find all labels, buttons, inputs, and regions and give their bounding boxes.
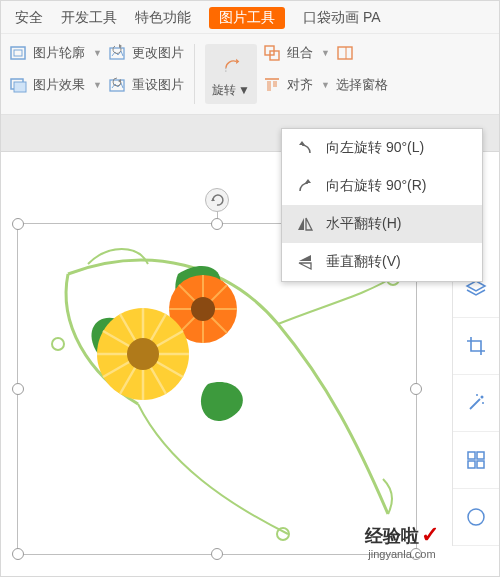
tab-devtools[interactable]: 开发工具 [61,9,117,27]
chevron-down-icon: ▼ [93,48,102,58]
svg-marker-19 [298,218,304,230]
label: 向左旋转 90°(L) [326,139,424,157]
resize-handle-mr[interactable] [410,383,422,395]
check-icon: ✓ [421,522,439,547]
label: 选择窗格 [336,76,388,94]
svg-rect-14 [273,81,277,87]
tab-security[interactable]: 安全 [15,9,43,27]
svg-rect-58 [468,461,475,468]
magic-wand-icon [465,392,487,414]
side-crop-button[interactable] [453,318,499,375]
chevron-down-icon: ▼ [238,83,250,97]
rotate-right-icon [296,177,314,195]
svg-rect-59 [477,461,484,468]
tab-picture-tools[interactable]: 图片工具 [209,7,285,29]
svg-line-52 [470,399,480,409]
label: 旋转 [212,82,236,99]
menu-rotate-right[interactable]: 向右旋转 90°(R) [282,167,482,205]
picture-outline-icon [9,44,27,62]
svg-point-55 [476,394,478,396]
svg-point-60 [468,509,484,525]
svg-point-53 [481,396,484,399]
more-icon [465,506,487,528]
rotation-handle[interactable] [205,188,229,212]
btn-selection-pane-top[interactable] [336,44,388,62]
label: 重设图片 [132,76,184,94]
watermark-url: jingyanla.com [365,548,439,560]
picture-effects-icon [9,76,27,94]
reset-picture-icon [108,76,126,94]
label: 图片轮廓 [33,44,85,62]
svg-marker-21 [299,255,311,261]
chevron-down-icon: ▼ [321,48,330,58]
label: 组合 [287,44,313,62]
resize-handle-ml[interactable] [12,383,24,395]
layout-icon [465,449,487,471]
rotate-dropdown-menu: 向左旋转 90°(L) 向右旋转 90°(R) 水平翻转(H) 垂直翻转(V) [281,128,483,282]
btn-reset-picture[interactable]: 重设图片 [108,76,184,94]
svg-point-26 [52,338,64,350]
label: 水平翻转(H) [326,215,401,233]
change-picture-icon [108,44,126,62]
flip-horizontal-icon [296,215,314,233]
btn-picture-outline[interactable]: 图片轮廓 ▼ [9,44,102,62]
btn-align[interactable]: 对齐 ▼ [263,76,330,94]
label: 图片效果 [33,76,85,94]
btn-rotate[interactable]: 旋转▼ [205,44,257,104]
btn-picture-effects[interactable]: 图片效果 ▼ [9,76,102,94]
label: 更改图片 [132,44,184,62]
svg-marker-20 [306,218,312,230]
svg-marker-22 [299,263,311,269]
selection-pane-icon [336,44,354,62]
svg-marker-8 [236,58,239,63]
btn-change-picture[interactable]: 更改图片 [108,44,184,62]
svg-marker-51 [467,281,485,291]
svg-rect-3 [14,82,26,92]
group-icon [263,44,281,62]
resize-handle-bl[interactable] [12,548,24,560]
svg-point-36 [191,297,215,321]
svg-rect-0 [11,47,25,59]
rotate-left-icon [296,139,314,157]
label: 垂直翻转(V) [326,253,401,271]
align-icon [263,76,281,94]
watermark: 经验啦✓ jingyanla.com [365,522,439,560]
btn-selection-pane[interactable]: 选择窗格 [336,76,388,94]
svg-rect-56 [468,452,475,459]
chevron-down-icon: ▼ [321,80,330,90]
flip-vertical-icon [296,253,314,271]
side-more-button[interactable] [453,489,499,546]
menu-flip-vertical[interactable]: 垂直翻转(V) [282,243,482,281]
watermark-title: 经验啦 [365,526,419,546]
svg-marker-17 [299,141,305,145]
menu-rotate-left[interactable]: 向左旋转 90°(L) [282,129,482,167]
svg-rect-15 [338,47,352,59]
svg-rect-1 [14,50,22,56]
tab-special[interactable]: 特色功能 [135,9,191,27]
svg-marker-23 [211,198,215,201]
rotate-icon [217,50,245,78]
resize-handle-tl[interactable] [12,218,24,230]
ribbon-separator [194,44,195,104]
resize-handle-tm[interactable] [211,218,223,230]
svg-marker-18 [305,179,311,183]
resize-handle-bm[interactable] [211,548,223,560]
label: 对齐 [287,76,313,94]
svg-rect-57 [477,452,484,459]
tab-pocket-anim[interactable]: 口袋动画 PA [303,9,381,27]
svg-point-54 [482,402,484,404]
svg-rect-13 [267,81,271,91]
side-toolbar [452,261,499,546]
crop-icon [465,335,487,357]
side-magic-button[interactable] [453,375,499,432]
menu-flip-horizontal[interactable]: 水平翻转(H) [282,205,482,243]
label: 向右旋转 90°(R) [326,177,427,195]
svg-point-50 [127,338,159,370]
btn-group[interactable]: 组合 ▼ [263,44,330,62]
chevron-down-icon: ▼ [93,80,102,90]
side-layout-button[interactable] [453,432,499,489]
